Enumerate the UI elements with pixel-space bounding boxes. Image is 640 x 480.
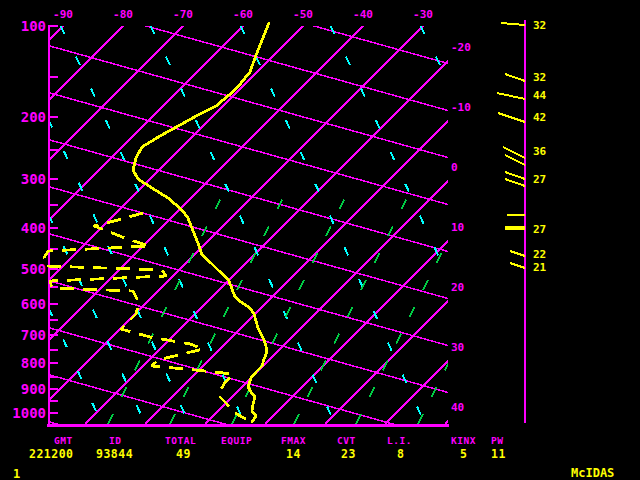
temp-label-right: -20 (451, 41, 471, 54)
mixing-ratio-line (418, 190, 535, 424)
temp-label-top: -90 (53, 8, 73, 21)
wind-barb (505, 74, 525, 81)
isotherm-line (25, 26, 423, 424)
table-header: PW (491, 435, 503, 446)
wind-speed-label: 27 (533, 223, 546, 236)
dry-adiabat-line (48, 281, 448, 393)
pressure-label: 1000 (12, 405, 46, 421)
temp-label-top: -30 (413, 8, 433, 21)
temp-label-right: 30 (451, 341, 464, 354)
table-value: 93844 (96, 447, 133, 461)
table-header: CVT (337, 435, 356, 446)
wind-barb (505, 179, 525, 186)
wind-barb (501, 23, 525, 25)
pressure-label: 500 (21, 261, 46, 277)
table-header: GMT (54, 435, 73, 446)
table-header: L.I. (387, 435, 412, 446)
table-header: KINX (451, 435, 476, 446)
dry-adiabat-line (48, 93, 448, 205)
table-value: 8 (397, 447, 404, 461)
table-header: FMAX (281, 435, 306, 446)
sounding-chart: 323244423627272221 -90-80-70-60-50-40-30… (0, 0, 640, 480)
temp-label-top: -60 (233, 8, 253, 21)
pressure-label: 300 (21, 171, 46, 187)
brand-label: McIDAS (571, 466, 614, 480)
temp-label-right: 0 (451, 161, 458, 174)
pressure-label: 400 (21, 220, 46, 236)
table-value: 11 (491, 447, 506, 461)
pressure-label: 600 (21, 296, 46, 312)
moist-adiabat-line (48, 308, 102, 424)
temp-label-right: 40 (451, 401, 464, 414)
wind-speed-label: 36 (533, 145, 547, 158)
temp-label-right: 20 (451, 281, 464, 294)
temp-label-top: -40 (353, 8, 373, 21)
wind-speed-label: 22 (533, 248, 546, 261)
pressure-label: 200 (21, 109, 46, 125)
table-value: 49 (176, 447, 191, 461)
isotherm-line (325, 26, 640, 424)
wind-barb (505, 172, 525, 179)
temp-label-top: -70 (173, 8, 193, 21)
temp-label-top: -80 (113, 8, 133, 21)
wind-barb (510, 263, 525, 268)
wind-barb (497, 93, 525, 99)
wind-speed-label: 21 (533, 261, 547, 274)
pressure-label: 700 (21, 327, 46, 343)
table-header: ID (109, 435, 121, 446)
moist-adiabat-line (240, 26, 425, 424)
wind-speed-label: 32 (533, 71, 546, 84)
table-value: 221200 (29, 447, 74, 461)
pressure-label: 100 (21, 18, 46, 34)
pressure-label: 900 (21, 381, 46, 397)
temp-label-right: 10 (451, 221, 464, 234)
isotherm-line (85, 26, 483, 424)
wind-speed-label: 32 (533, 19, 546, 32)
wind-speed-label: 44 (533, 89, 547, 102)
wind-speed-label: 27 (533, 173, 546, 186)
table-header: EQUIP (221, 435, 252, 446)
temp-label-right: -10 (451, 101, 471, 114)
dewpoint-trace (44, 213, 246, 419)
mixing-ratio-line (108, 190, 225, 424)
table-value: 5 (460, 447, 467, 461)
table-value: 14 (286, 447, 301, 461)
temp-label-top: -50 (293, 8, 313, 21)
pressure-label: 800 (21, 355, 46, 371)
moist-adiabat-line (48, 120, 189, 424)
page-number: 1 (13, 467, 20, 480)
wind-barb (498, 113, 525, 122)
table-value: 23 (341, 447, 356, 461)
wind-speed-label: 42 (533, 111, 546, 124)
isotherm-line (145, 26, 543, 424)
wind-barb (510, 251, 525, 256)
table-header: TOTAL (165, 435, 196, 446)
